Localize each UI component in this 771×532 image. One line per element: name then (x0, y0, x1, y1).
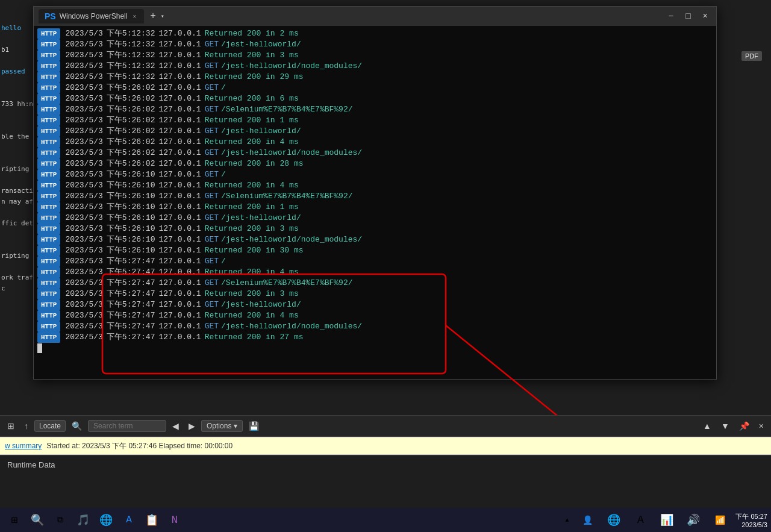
taskbar-clock[interactable]: 下午 05:27 2023/5/3 (735, 512, 767, 528)
taskbar-network-btn[interactable]: 📶 (709, 509, 731, 531)
log-path: /jest-helloworld/node_modules/ (221, 321, 362, 332)
terminal-tab-close-btn[interactable]: × (131, 13, 138, 20)
log-badge-http: HTTP (37, 83, 60, 93)
log-ip: 127.0.0.1 (158, 224, 201, 234)
log-path: / (221, 83, 226, 93)
log-ip: 127.0.0.1 (158, 169, 201, 180)
log-badge-http: HTTP (37, 148, 60, 158)
toolbar-up-btn[interactable]: ↑ (20, 420, 32, 432)
taskbar-volume-btn[interactable]: 🔊 (682, 509, 704, 531)
toolbar-table-btn[interactable]: ⊞ (4, 420, 18, 432)
terminal-tab[interactable]: PS Windows PowerShell × (39, 9, 144, 23)
toolbar-search-icon-btn[interactable]: 🔍 (68, 420, 86, 432)
log-path: / (221, 169, 226, 180)
log-ip: 127.0.0.1 (158, 115, 201, 126)
log-line: HTTP 2023/5/3 下午5:12:32 127.0.0.1 GET /j… (37, 39, 713, 50)
log-badge-http: HTTP (37, 224, 60, 234)
terminal-minimize-btn[interactable]: − (665, 10, 677, 22)
terminal-close-btn[interactable]: × (699, 10, 711, 22)
toolbar-save-btn[interactable]: 💾 (245, 420, 263, 432)
terminal-new-tab-btn[interactable]: + (150, 11, 156, 22)
log-line: HTTP 2023/5/3 下午5:26:02 127.0.0.1 GET /j… (37, 126, 713, 137)
taskbar-app5[interactable]: N (164, 509, 186, 531)
toolbar-right-pin[interactable]: 📌 (735, 420, 753, 432)
log-date: 2023/5/3 (65, 332, 102, 343)
pdf-button[interactable]: PDF (741, 51, 762, 61)
log-time: 下午5:26:02 (107, 158, 155, 169)
options-dropdown-btn[interactable]: Options ▾ (201, 420, 243, 432)
taskbar-start-btn[interactable]: ⊞ (4, 509, 25, 531)
taskbar-app4[interactable]: 📋 (141, 509, 163, 531)
log-time: 下午5:27:47 (107, 278, 155, 289)
log-line: HTTP 2023/5/3 下午5:27:47 127.0.0.1 GET /j… (37, 299, 713, 310)
toolbar-next-btn[interactable]: ▶ (185, 420, 199, 432)
log-returned: Returned 200 in 29 ms (205, 72, 304, 83)
log-date: 2023/5/3 (65, 278, 102, 289)
log-badge-http: HTTP (37, 234, 60, 245)
log-ip: 127.0.0.1 (158, 267, 201, 278)
runtime-title: Runtime Data (7, 460, 55, 469)
log-get: GET (205, 234, 219, 245)
log-path: /jest-helloworld/ (221, 39, 301, 50)
taskbar: ⊞ 🔍 ⧉ 🎵 🌐 A 📋 N ▲ 👤 🌐 A 📊 🔊 📶 下午 05:27 2… (0, 508, 771, 532)
log-badge-http: HTTP (37, 245, 60, 256)
taskbar-task-view-btn[interactable]: ⧉ (49, 509, 71, 531)
terminal-tab-dropdown-btn[interactable]: ▾ (161, 13, 164, 20)
log-date: 2023/5/3 (65, 169, 102, 180)
log-get: GET (205, 256, 219, 267)
log-time: 下午5:26:02 (107, 115, 155, 126)
log-path: /jest-helloworld/node_modules/ (221, 234, 362, 245)
taskbar-tray-icon1[interactable]: 👤 (576, 509, 598, 531)
log-time: 下午5:26:02 (107, 83, 155, 93)
log-ip: 127.0.0.1 (158, 39, 201, 50)
log-returned: Returned 200 in 1 ms (205, 202, 299, 213)
log-time: 下午5:26:10 (107, 169, 155, 180)
log-returned: Returned 200 in 27 ms (205, 332, 304, 343)
toolbar-right-close[interactable]: × (755, 420, 767, 432)
sidebar-text-ripting2: ripting > (0, 252, 33, 263)
log-date: 2023/5/3 (65, 28, 102, 39)
taskbar-app2[interactable]: 🌐 (95, 509, 117, 531)
log-line: HTTP 2023/5/3 下午5:26:02 127.0.0.1 Return… (37, 115, 713, 126)
taskbar-tray-icon2[interactable]: 🌐 (603, 509, 625, 531)
log-badge-http: HTTP (37, 332, 60, 343)
log-date: 2023/5/3 (65, 321, 102, 332)
taskbar-tray-icon4[interactable]: 📊 (656, 509, 678, 531)
log-get: GET (205, 83, 219, 93)
status-link[interactable]: w summary (5, 442, 42, 450)
taskbar-tray-icon3[interactable]: A (629, 509, 651, 531)
log-line: HTTP 2023/5/3 下午5:27:47 127.0.0.1 Return… (37, 267, 713, 278)
sidebar-text-ble: ble the d (0, 133, 33, 143)
log-ip: 127.0.0.1 (158, 126, 201, 137)
log-date: 2023/5/3 (65, 39, 102, 50)
terminal-titlebar: PS Windows PowerShell × + ▾ − □ × (34, 7, 716, 26)
toolbar-prev-btn[interactable]: ◀ (169, 420, 183, 432)
log-date: 2023/5/3 (65, 93, 102, 104)
log-returned: Returned 200 in 4 ms (205, 137, 299, 148)
log-get: GET (205, 61, 219, 72)
taskbar-app3[interactable]: A (118, 509, 140, 531)
log-date: 2023/5/3 (65, 158, 102, 169)
log-path: /Selenium%E7%B7%B4%E7%BF%92/ (221, 104, 352, 115)
log-ip: 127.0.0.1 (158, 321, 201, 332)
log-badge-http: HTTP (37, 126, 60, 137)
log-get: GET (205, 39, 219, 50)
toolbar-right-arrow-down[interactable]: ▼ (717, 420, 733, 432)
log-date: 2023/5/3 (65, 83, 102, 93)
taskbar-search-btn[interactable]: 🔍 (27, 509, 48, 531)
log-ip: 127.0.0.1 (158, 180, 201, 191)
log-path: /Selenium%E7%B7%B4%E7%BF%92/ (221, 278, 352, 289)
log-date: 2023/5/3 (65, 256, 102, 267)
taskbar-app1[interactable]: 🎵 (72, 509, 94, 531)
log-line: HTTP 2023/5/3 下午5:12:32 127.0.0.1 Return… (37, 28, 713, 39)
taskbar-chevron-up[interactable]: ▲ (562, 509, 572, 531)
log-line: HTTP 2023/5/3 下午5:27:47 127.0.0.1 Return… (37, 289, 713, 299)
terminal-maximize-btn[interactable]: □ (682, 10, 694, 22)
log-ip: 127.0.0.1 (158, 148, 201, 158)
toolbar-right-arrow-up[interactable]: ▲ (699, 420, 715, 432)
terminal-cursor-line (37, 343, 713, 354)
log-badge-http: HTTP (37, 310, 60, 321)
locate-btn[interactable]: Locate (34, 420, 66, 432)
search-input[interactable] (88, 420, 166, 432)
log-line: HTTP 2023/5/3 下午5:26:02 127.0.0.1 GET /S… (37, 104, 713, 115)
